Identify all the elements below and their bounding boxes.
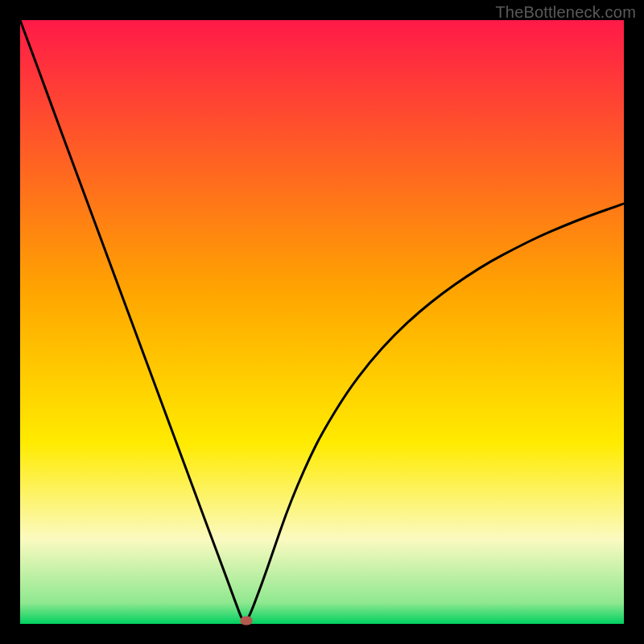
chart-plot-area [20,20,624,624]
minimum-marker [241,617,253,625]
watermark-text: TheBottleneck.com [495,3,636,22]
chart-frame [20,20,624,624]
gradient-background [20,20,624,624]
